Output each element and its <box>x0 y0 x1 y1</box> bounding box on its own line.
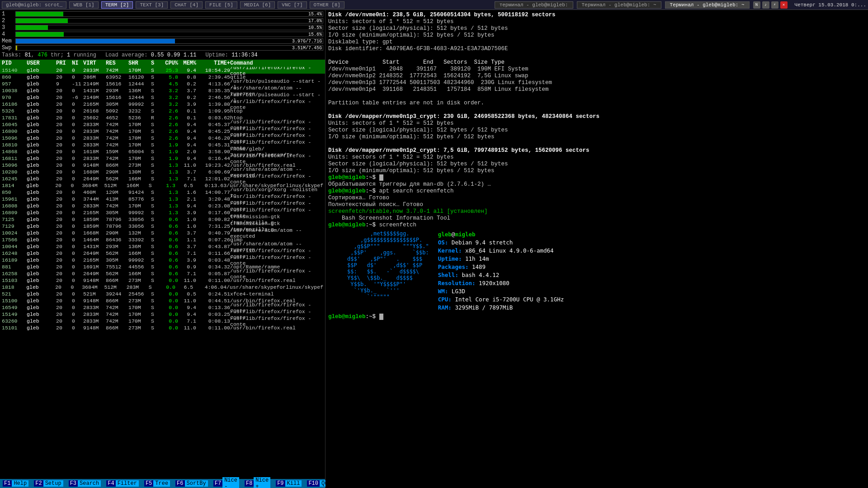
col-header-time[interactable]: TIME+ <box>196 60 230 66</box>
table-row[interactable]: 521gleb200521M3924425456S0.00.50:24.51xf… <box>0 291 325 297</box>
footer-label: Nice + <box>254 477 270 488</box>
footer-btn-setup[interactable]: F2Setup <box>31 479 66 488</box>
disk2-line2: Sector size (logical/physical): 512 byte… <box>328 127 865 134</box>
col-header-virt[interactable]: VIRT <box>83 60 106 66</box>
partition-note <box>328 93 865 100</box>
footer-num: F6 <box>175 480 184 487</box>
tab-scrot[interactable]: gleb@migleb: scrot_ <box>2 1 66 9</box>
tab-vnc[interactable]: VNC [7] <box>278 1 307 9</box>
footer-btn-kill[interactable]: F9Kill <box>273 479 304 488</box>
cpu4-label: 4 <box>2 31 15 38</box>
clock: Четверг 15.03.2018 0:... <box>795 2 866 8</box>
footer-btn-tree[interactable]: F5Tree <box>142 479 173 488</box>
screenfetch-area: ,met$$$$$gg. ,g$$$$$$$$$$$$$$$P. ,g$$P""… <box>328 229 865 314</box>
network-icon: N <box>753 1 760 9</box>
apt-trigger: Обрабатываются триггеры для man-db (2.7.… <box>328 181 865 188</box>
mem-bar: 3.97G/7.71G <box>15 38 323 44</box>
col-header-s[interactable]: S <box>151 60 158 66</box>
htop-process-list: 15140gleb2002833M742M170MS25.39.418:54.2… <box>0 67 325 479</box>
footer-num: F2 <box>34 480 43 487</box>
tab-other[interactable]: OTHER [8] <box>310 1 344 9</box>
tab-file[interactable]: FILE [5] <box>205 1 237 9</box>
col-header-cpu[interactable]: CPU% <box>158 60 178 66</box>
footer-num: F4 <box>106 480 115 487</box>
terminal-tab-2[interactable]: Терминал - gleb@migleb: ~ <box>577 1 661 9</box>
apt-result: screenfetch/stable,now 3.7.0-1 all [уста… <box>328 208 865 215</box>
table-row[interactable]: 10024gleb2001668M290M132MS0.63.70:40.79/… <box>0 230 325 236</box>
disk-line-3: I/O size (minimum/optimal): 512 bytes / … <box>328 32 865 39</box>
tab-web[interactable]: WEB [1] <box>69 1 98 9</box>
partition-header: Device Start End Sectors Size Type <box>328 59 865 66</box>
disk2-line1: Units: sectors of 1 * 512 = 512 bytes <box>328 120 865 127</box>
table-row[interactable]: 63260gleb2002833M742M170MS0.07.10:08.13/… <box>0 318 325 324</box>
sysinfo-ram: RAM: 3295MiB / 7897MiB <box>438 304 564 312</box>
cpu3-bar: 10.5% <box>15 25 323 30</box>
mem-label: Mem <box>2 38 15 44</box>
cpu4-bar: 15.6% <box>15 32 323 37</box>
swp-text: 3.51M/7.45G <box>292 46 322 51</box>
topbar: gleb@migleb: scrot_ WEB [1] TERM [2] TEX… <box>0 0 868 10</box>
apt-desc: Bash Screenshot Information Tool <box>328 215 865 222</box>
footer-btn-filter[interactable]: F4Filter <box>104 479 142 488</box>
col-header-user[interactable]: USER <box>27 60 56 66</box>
cpu4-bar-row: 4 15.6% <box>2 31 323 38</box>
apt-search: Полнотекстовый поиск… Готово <box>328 202 865 208</box>
col-header-pri[interactable]: PRI <box>56 60 72 66</box>
col-header-mem[interactable]: MEM% <box>178 60 196 66</box>
ascii-art: ,met$$$$$gg. ,g$$$$$$$$$$$$$$$P. ,g$$P""… <box>331 230 429 312</box>
sysinfo-packages: Packages: 1489 <box>438 263 564 271</box>
table-row[interactable]: 5326gleb2002616850923232S2.60.11:09.95ht… <box>0 108 325 114</box>
table-row[interactable]: 16245gleb2002649M562M166MS1.37.112:01.02… <box>0 175 325 182</box>
footer-btn-search[interactable]: F3Search <box>66 479 104 488</box>
tab-text[interactable]: TEXT [3] <box>136 1 168 9</box>
cpu3-label: 3 <box>2 24 15 31</box>
tab-chat[interactable]: CHAT [4] <box>170 1 203 9</box>
cpu4-fill <box>16 32 64 37</box>
col-header-cmd[interactable]: Command <box>230 60 323 66</box>
swp-bar-row: Swp 3.51M/7.45G <box>2 45 323 51</box>
col-header-pid[interactable]: PID <box>2 60 27 66</box>
footer-num: F5 <box>144 480 153 487</box>
partition-1: /dev/nvme0n1p1 2048 391167 389120 190M E… <box>328 66 865 73</box>
table-row[interactable]: 15140gleb2002833M742M170MS25.39.418:54.2… <box>0 67 325 74</box>
disk2-blank <box>328 107 865 113</box>
cursor2 <box>379 314 383 320</box>
table-row[interactable]: 16811gleb2002833M742M170MS1.99.40:16.44/… <box>0 155 325 162</box>
footer-num: F7 <box>213 480 222 487</box>
footer-btn-nice -[interactable]: F7Nice - <box>211 479 242 488</box>
htop-header: 1 15.4% 2 17.0% 3 10.5% <box>0 10 325 60</box>
table-row[interactable]: 1818gleb2003684M512M283MS0.06.54:06.04/u… <box>0 284 325 291</box>
table-row[interactable]: 16189gleb2002165M305M99992S0.63.90:03.48… <box>0 257 325 263</box>
terminal-tab-3[interactable]: Терминал - gleb@migleb: ~ <box>665 1 750 9</box>
disk-identifier: Disk identifier: 4A079EA6-6F3B-4683-A921… <box>328 46 865 52</box>
footer-btn-sortby[interactable]: F6SortBy <box>173 479 211 488</box>
footer-label: Setup <box>43 480 63 487</box>
mem-fill <box>16 39 175 43</box>
table-row[interactable]: 15101gleb2009148M866M273MS0.011.00:11.00… <box>0 324 325 331</box>
table-row[interactable]: 16258gleb2002649M562M166MS0.67.10:05.87/… <box>0 270 325 277</box>
footer-num: F10 <box>307 480 320 487</box>
footer-num: F8 <box>245 480 254 487</box>
footer-btn-help[interactable]: F1Help <box>0 479 31 488</box>
uptime-label: Uptime: 11:36:34 <box>206 52 258 58</box>
footer-btn-nice +[interactable]: F8Nice + <box>242 479 273 488</box>
table-row[interactable]: 15103gleb2009148M866M273MS0.011.00:11.00… <box>0 277 325 284</box>
cpu2-label: 2 <box>2 18 15 24</box>
footer-label: Nice - <box>222 477 239 488</box>
tab-media[interactable]: MEDIA [6] <box>240 1 275 9</box>
col-header-res[interactable]: RES <box>106 60 128 66</box>
col-header-shr[interactable]: SHR <box>128 60 151 66</box>
mem-text: 3.97G/7.71G <box>292 39 322 44</box>
power-icon[interactable]: ✕ <box>780 1 788 9</box>
terminal-content[interactable]: Disk /dev/nvme0n1: 238,5 GiB, 2560605143… <box>326 10 868 488</box>
screenfetch-prompt: gleb@migleb:~$ screenfetch <box>328 222 865 229</box>
col-header-ni[interactable]: NI <box>72 60 83 66</box>
sys-icons: N ♪ ⚡ ✕ <box>753 1 788 9</box>
table-row[interactable]: 16186gleb2002165M305M99992S3.23.91:39.80… <box>0 101 325 108</box>
partition-4: /dev/nvme0n1p4 391168 2148351 1757184 85… <box>328 86 865 93</box>
disk-title: Disk /dev/nvme0n1: 238,5 GiB, 2560605143… <box>328 12 865 19</box>
cpu2-text: 17.0% <box>308 19 322 23</box>
tab-term[interactable]: TERM [2] <box>101 1 133 9</box>
terminal-tab-1[interactable]: терминал - gleb@migleb: <box>495 1 573 9</box>
load-avg-label: Load average: 0.55 0.99 1.11 <box>105 52 197 58</box>
